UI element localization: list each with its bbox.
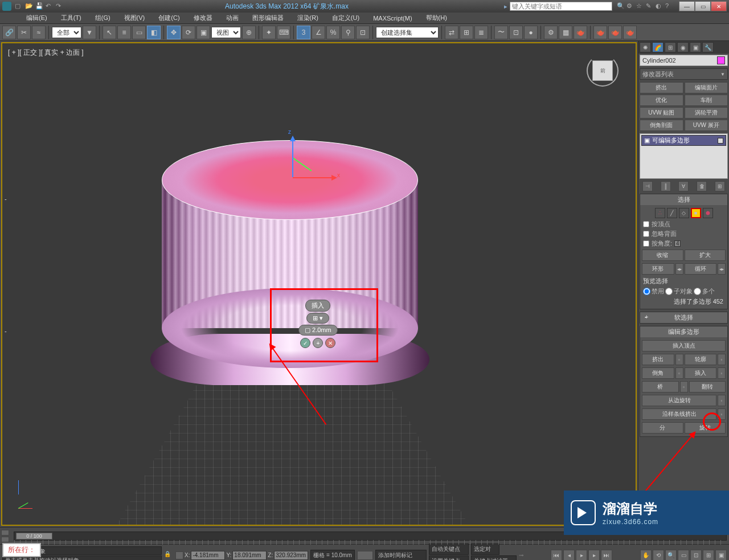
by-angle-checkbox[interactable] <box>643 240 649 247</box>
selected-button[interactable]: 选定对 <box>471 543 499 555</box>
time-slider-thumb[interactable]: 0 / 100 <box>16 533 52 539</box>
unlink-icon[interactable]: ✂ <box>17 26 31 39</box>
select-rect-icon[interactable]: ▭ <box>132 26 146 39</box>
filter-dropdown[interactable]: 全部 <box>52 27 81 38</box>
key-icon[interactable]: ⊸ <box>519 552 523 558</box>
named-set-dropdown[interactable]: 创建选择集 <box>376 27 439 38</box>
bridge-settings[interactable]: ▫ <box>680 381 688 393</box>
snap-spinner-icon[interactable]: ⚲ <box>341 26 355 39</box>
by-vertex-checkbox[interactable] <box>643 221 649 227</box>
mod-editpatch[interactable]: 编辑面片 <box>685 82 728 93</box>
menu-edit[interactable]: 编辑(E) <box>23 13 51 23</box>
material-icon[interactable]: ● <box>524 26 538 39</box>
object-color-swatch[interactable] <box>717 56 725 64</box>
show-result-icon[interactable]: ║ <box>661 181 671 191</box>
preview-multi-radio[interactable] <box>694 288 701 295</box>
zoom-icon[interactable]: 🔍 <box>665 550 677 561</box>
open-icon[interactable]: 📂 <box>25 2 33 10</box>
hinge-button[interactable]: 从边旋转 <box>642 395 716 406</box>
teapot-2-icon[interactable]: 🫖 <box>608 26 622 39</box>
inset-button[interactable]: 插入 <box>685 367 717 379</box>
undo-icon[interactable]: ↶ <box>46 2 54 10</box>
close-button[interactable]: ✕ <box>711 1 727 11</box>
keyfilter-button[interactable]: 关键点过滤器... <box>471 555 517 560</box>
hinge-settings[interactable]: ▫ <box>718 395 726 406</box>
select-name-icon[interactable]: ≡ <box>117 26 131 39</box>
tool-icon-2[interactable]: ☆ <box>636 2 644 10</box>
ignore-backface-checkbox[interactable] <box>643 231 649 237</box>
mod-lathe[interactable]: 车削 <box>685 95 728 106</box>
modifier-stack[interactable]: ▣ 可编辑多边形 <box>640 133 728 179</box>
shrink-button[interactable]: 收缩 <box>642 250 683 261</box>
pin-stack-icon[interactable]: ⊣ <box>642 181 653 191</box>
arrow-right-icon[interactable]: ▸ <box>504 3 507 10</box>
preview-subobj-radio[interactable] <box>665 288 673 295</box>
hierarchy-tab-icon[interactable]: ⊞ <box>665 42 676 52</box>
mod-bevelprofile[interactable]: 倒角剖面 <box>640 120 683 131</box>
loop-spinner[interactable]: ◂▸ <box>718 263 726 275</box>
minimize-button[interactable]: — <box>679 1 695 11</box>
tool-icon-1[interactable]: ⚙ <box>626 2 634 10</box>
help-search-input[interactable] <box>510 2 612 11</box>
angle-spinner[interactable] <box>674 240 681 247</box>
teapot-1-icon[interactable]: 🫖 <box>593 26 607 39</box>
schematic-icon[interactable]: ⊡ <box>509 26 523 39</box>
coord-mode-icon[interactable] <box>175 551 183 559</box>
play-icon[interactable]: ▸ <box>576 550 587 561</box>
menu-view[interactable]: 视图(V) <box>121 13 149 23</box>
soft-selection-header[interactable]: +软选择 <box>640 312 727 323</box>
z-coord-input[interactable] <box>274 551 308 560</box>
render-icon[interactable]: 🫖 <box>574 26 587 39</box>
filter-icon[interactable]: ▼ <box>83 26 96 39</box>
menu-maxscript[interactable]: MAXScript(M) <box>370 14 415 23</box>
outline-button[interactable]: 轮廓 <box>685 354 717 365</box>
element-mode-icon[interactable]: ⬢ <box>703 208 713 218</box>
flip-button[interactable]: 翻转 <box>689 381 726 393</box>
new-icon[interactable]: ▢ <box>15 2 23 10</box>
stack-item-toggle[interactable] <box>718 138 723 144</box>
tool-icon-3[interactable]: ✎ <box>646 2 654 10</box>
object-name-field[interactable]: Cylinder002 <box>640 55 728 66</box>
edit-polygons-header[interactable]: 编辑多边形 <box>640 326 727 337</box>
add-time-tag[interactable]: 添加时间标记 <box>375 550 427 561</box>
selection-header[interactable]: 选择 <box>640 194 727 205</box>
ring-spinner[interactable]: ◂▸ <box>675 263 683 275</box>
select-manip-icon[interactable]: ✦ <box>262 26 276 39</box>
zoom-all-icon[interactable]: ⊞ <box>703 550 714 561</box>
fov-icon[interactable]: ▭ <box>678 550 689 561</box>
link-icon[interactable]: 🔗 <box>2 26 16 39</box>
mod-optimize[interactable]: 优化 <box>640 95 683 106</box>
setkey-button[interactable]: 设置关键点 <box>429 555 469 560</box>
mod-uvwunwrap[interactable]: UVW 展开 <box>685 120 728 131</box>
extrude-settings[interactable]: ▫ <box>675 354 683 365</box>
caddy-type-button[interactable]: ⊞ ▾ <box>306 313 329 324</box>
viewcube[interactable]: 前 <box>587 55 619 87</box>
redo-icon[interactable]: ↷ <box>56 2 64 10</box>
snap-percent-icon[interactable]: % <box>326 26 340 39</box>
lock-icon[interactable]: 🔒 <box>164 551 173 560</box>
split-button[interactable]: 分 <box>642 422 683 434</box>
extrude-button[interactable]: 挤出 <box>642 354 674 365</box>
viewcube-ring[interactable] <box>587 55 619 87</box>
remove-mod-icon[interactable]: 🗑 <box>697 181 707 191</box>
arc-rotate-icon[interactable]: ⟲ <box>653 550 664 561</box>
configure-icon[interactable]: ⊞ <box>715 181 725 191</box>
menu-custom[interactable]: 自定义(U) <box>329 13 363 23</box>
keyboard-icon[interactable]: ⌨ <box>277 26 290 39</box>
render-setup-icon[interactable]: ⚙ <box>544 26 558 39</box>
mod-uvwmap[interactable]: UVW 贴图 <box>640 107 683 118</box>
snap-edge-icon[interactable]: ⊡ <box>356 26 370 39</box>
utilities-tab-icon[interactable]: 🔧 <box>702 42 714 52</box>
insert-vertex-button[interactable]: 插入顶点 <box>642 340 726 351</box>
zoom-ext-icon[interactable]: ⊡ <box>690 550 702 561</box>
viewport[interactable]: [ + ][ 正交 ][ 真实 + 边面 ] x z 插入 ⊞ ▾ ▢ 2.0m… <box>1 42 637 526</box>
caddy-ok-button[interactable]: ✓ <box>300 338 310 348</box>
menu-modifier[interactable]: 修改器 <box>190 13 216 23</box>
vertex-mode-icon[interactable]: ∴ <box>655 208 665 218</box>
help-icon[interactable]: ? <box>665 2 673 10</box>
bevel-settings[interactable]: ▫ <box>675 367 683 379</box>
make-unique-icon[interactable]: ∀ <box>678 181 689 191</box>
align-icon[interactable]: ⊞ <box>460 26 473 39</box>
save-icon[interactable]: 💾 <box>35 2 43 10</box>
time-tag-icon[interactable] <box>357 551 373 560</box>
